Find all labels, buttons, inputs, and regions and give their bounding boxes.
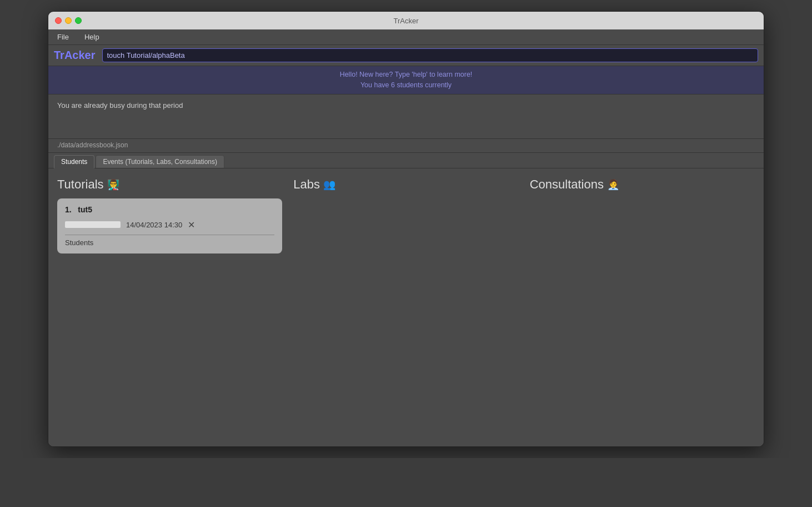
title-bar: TrAcker	[48, 12, 764, 29]
labs-icon: 👥	[323, 178, 335, 191]
tutorial-number: 1.	[65, 205, 72, 214]
command-input[interactable]	[102, 48, 759, 62]
labs-header: Labs 👥	[293, 177, 518, 192]
consultations-column: Consultations 🧑‍💼	[530, 177, 755, 254]
consultations-icon: 🧑‍💼	[607, 178, 619, 191]
file-path: ./data/addressbook.json	[48, 139, 764, 153]
tutorials-header: Tutorials 👨‍🏫	[57, 177, 282, 192]
tutorial-name: tut5	[78, 205, 92, 214]
tab-events[interactable]: Events (Tutorials, Labs, Consultations)	[96, 155, 224, 168]
card-divider	[65, 235, 274, 235]
banner-line1: Hello! New here? Type 'help' to learn mo…	[52, 69, 760, 80]
columns-container: Tutorials 👨‍🏫 1. tut5 14/04/2023 14:30 ✕	[57, 177, 755, 254]
close-button[interactable]	[55, 17, 62, 24]
labs-column: Labs 👥	[293, 177, 518, 254]
app-logo: TrAcker	[54, 49, 96, 62]
menu-bar: File Help	[48, 29, 764, 45]
students-section-label: Students	[65, 238, 274, 247]
info-banner: Hello! New here? Type 'help' to learn mo…	[48, 66, 764, 95]
tutorials-label: Tutorials	[57, 177, 104, 192]
output-area: You are already busy during that period	[48, 95, 764, 139]
app-window: TrAcker File Help TrAcker Hello! New her…	[48, 11, 764, 447]
tutorial-card: 1. tut5 14/04/2023 14:30 ✕ Students	[57, 198, 282, 254]
main-content: Tutorials 👨‍🏫 1. tut5 14/04/2023 14:30 ✕	[48, 168, 764, 446]
window-title: TrAcker	[393, 17, 418, 25]
edit-icon[interactable]: ✕	[188, 220, 195, 230]
tabs: Students Events (Tutorials, Labs, Consul…	[48, 153, 764, 168]
traffic-lights	[55, 17, 82, 24]
tutorial-card-title: 1. tut5	[65, 205, 274, 214]
minimize-button[interactable]	[65, 17, 72, 24]
consultations-label: Consultations	[530, 177, 604, 192]
menu-help[interactable]: Help	[81, 32, 103, 42]
tab-students[interactable]: Students	[54, 155, 94, 168]
tutorials-column: Tutorials 👨‍🏫 1. tut5 14/04/2023 14:30 ✕	[57, 177, 282, 254]
time-bar	[65, 221, 121, 228]
banner-line2: You have 6 students currently	[52, 80, 760, 91]
tutorial-time-row: 14/04/2023 14:30 ✕	[65, 220, 274, 230]
labs-label: Labs	[293, 177, 320, 192]
menu-file[interactable]: File	[54, 32, 72, 42]
output-message: You are already busy during that period	[57, 101, 183, 110]
app-header: TrAcker	[48, 45, 764, 66]
maximize-button[interactable]	[75, 17, 82, 24]
tutorial-datetime: 14/04/2023 14:30	[126, 221, 182, 229]
consultations-header: Consultations 🧑‍💼	[530, 177, 755, 192]
tutorials-icon: 👨‍🏫	[107, 178, 119, 191]
